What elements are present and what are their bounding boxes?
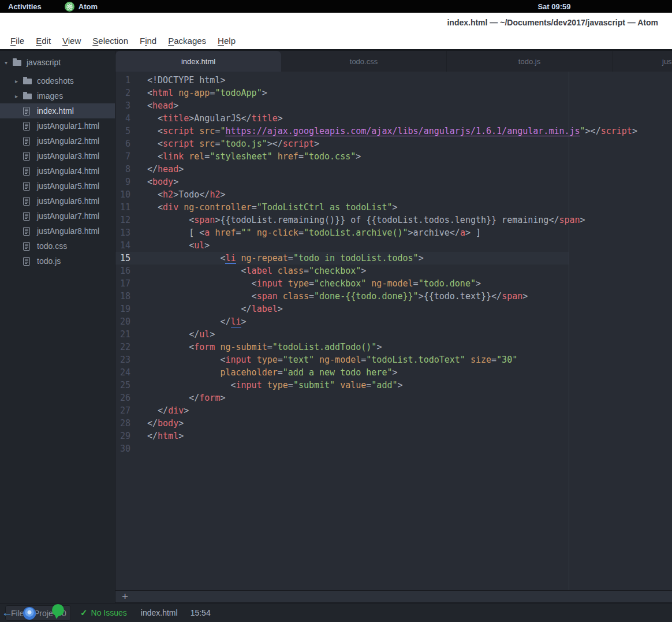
menu-help[interactable]: Help: [212, 34, 241, 47]
tab-todo-css[interactable]: todo.css: [281, 51, 447, 72]
line-number[interactable]: 5: [115, 125, 140, 137]
sidebar-item-label: justAngular4.html: [37, 166, 99, 176]
sidebar-item-index-html[interactable]: index.html: [0, 103, 115, 118]
cursor-position[interactable]: 15:54: [191, 608, 211, 617]
sidebar-item-codeshots[interactable]: ▸codeshots: [0, 73, 115, 88]
line-number[interactable]: 9: [115, 176, 140, 188]
code-line[interactable]: 2<html ng-app="todoApp">: [115, 87, 672, 99]
tab-todo-js[interactable]: todo.js: [447, 51, 613, 72]
sidebar-item-justangular2-html[interactable]: justAngular2.html: [0, 133, 115, 148]
code-line[interactable]: 21 </ul>: [115, 328, 672, 341]
code-line-text: <h2>Todo</h2>: [140, 188, 225, 201]
code-line[interactable]: 8</head>: [115, 163, 672, 176]
add-button[interactable]: +: [122, 591, 128, 602]
window-titlebar[interactable]: index.html — ~/Documents/dev2017/javascr…: [0, 13, 672, 32]
line-number[interactable]: 25: [115, 379, 140, 392]
lint-check-icon[interactable]: ✓: [80, 608, 88, 618]
code-line[interactable]: 17 <input type="checkbox" ng-model="todo…: [115, 277, 672, 290]
chevron-down-icon[interactable]: ▾: [5, 59, 13, 66]
code-line[interactable]: 25 <input type="submit" value="add">: [115, 379, 672, 392]
line-number[interactable]: 14: [115, 239, 140, 252]
code-line[interactable]: 29</html>: [115, 430, 672, 442]
sidebar-item-images[interactable]: ▸images: [0, 88, 115, 103]
code-line[interactable]: 4 <title>AngularJS</title>: [115, 112, 672, 125]
tab-jus[interactable]: jus: [613, 51, 672, 72]
line-number[interactable]: 28: [115, 417, 140, 430]
code-line[interactable]: 11 <div ng-controller="TodoListCtrl as t…: [115, 201, 672, 214]
line-number[interactable]: 11: [115, 201, 140, 214]
code-line[interactable]: 10 <h2>Todo</h2>: [115, 188, 672, 201]
sidebar-item-justangular5-html[interactable]: justAngular5.html: [0, 178, 115, 193]
lint-status[interactable]: No Issues: [91, 608, 127, 617]
code-line-text: </head>: [140, 163, 184, 176]
code-line[interactable]: 22 <form ng-submit="todoList.addTodo()">: [115, 341, 672, 353]
sidebar-item-justangular4-html[interactable]: justAngular4.html: [0, 163, 115, 178]
chevron-right-icon[interactable]: ▸: [15, 78, 23, 84]
line-number[interactable]: 12: [115, 214, 140, 226]
sidebar-item-todo-js[interactable]: todo.js: [0, 254, 115, 269]
menu-file[interactable]: File: [5, 34, 30, 47]
code-line[interactable]: 1<!DOCTYPE html>: [115, 74, 672, 87]
sidebar-item-justangular7-html[interactable]: justAngular7.html: [0, 208, 115, 224]
code-line[interactable]: 12 <span>{{todoList.remaining()}} of {{t…: [115, 214, 672, 226]
code-line[interactable]: 14 <ul>: [115, 239, 672, 252]
code-line[interactable]: 19 </label>: [115, 303, 672, 315]
line-number[interactable]: 7: [115, 150, 140, 163]
code-line[interactable]: 9<body>: [115, 176, 672, 188]
code-line[interactable]: 20 </li>: [115, 315, 672, 328]
sidebar-item-justangular8-html[interactable]: justAngular8.html: [0, 224, 115, 239]
code-line[interactable]: 18 <span class="done-{{todo.done}}">{{to…: [115, 290, 672, 303]
activities-button[interactable]: Activities: [6, 2, 44, 11]
line-number[interactable]: 4: [115, 112, 140, 125]
sidebar-item-justangular3-html[interactable]: justAngular3.html: [0, 148, 115, 163]
tab-index-html[interactable]: index.html: [115, 51, 281, 72]
line-number[interactable]: 2: [115, 87, 140, 99]
menu-packages[interactable]: Packages: [162, 34, 212, 47]
code-line[interactable]: 5 <script src="https://ajax.googleapis.c…: [115, 125, 672, 137]
clock[interactable]: Sat 09:59: [537, 2, 570, 11]
line-number[interactable]: 13: [115, 226, 140, 239]
line-number[interactable]: 16: [115, 265, 140, 277]
line-number[interactable]: 20: [115, 315, 140, 328]
line-number[interactable]: 30: [115, 442, 140, 455]
line-number[interactable]: 27: [115, 404, 140, 417]
code-line-text: <!DOCTYPE html>: [140, 74, 225, 87]
code-line[interactable]: 6 <script src="todo.js"></script>: [115, 137, 672, 150]
line-number[interactable]: 26: [115, 392, 140, 404]
line-number[interactable]: 22: [115, 341, 140, 353]
code-line[interactable]: 28</body>: [115, 417, 672, 430]
line-number[interactable]: 19: [115, 303, 140, 315]
line-number[interactable]: 21: [115, 328, 140, 341]
menu-edit[interactable]: Edit: [30, 34, 57, 47]
code-line[interactable]: 16 <label class="checkbox">: [115, 265, 672, 277]
code-line[interactable]: 23 <input type="text" ng-model="todoList…: [115, 353, 672, 366]
code-line[interactable]: 7 <link rel="stylesheet" href="todo.css"…: [115, 150, 672, 163]
line-number[interactable]: 6: [115, 137, 140, 150]
line-number[interactable]: 29: [115, 430, 140, 442]
line-number[interactable]: 23: [115, 353, 140, 366]
menu-selection[interactable]: Selection: [87, 34, 134, 47]
line-number[interactable]: 18: [115, 290, 140, 303]
code-line[interactable]: 13 [ <a href="" ng-click="todoList.archi…: [115, 226, 672, 239]
sidebar-item-justangular1-html[interactable]: justAngular1.html: [0, 118, 115, 133]
line-number[interactable]: 1: [115, 74, 140, 87]
line-number[interactable]: 15: [115, 252, 140, 265]
menu-find[interactable]: Find: [134, 34, 162, 47]
menu-view[interactable]: View: [57, 34, 87, 47]
line-number[interactable]: 8: [115, 163, 140, 176]
code-line[interactable]: 3<head>: [115, 99, 672, 112]
sidebar-item-justangular6-html[interactable]: justAngular6.html: [0, 193, 115, 208]
code-line[interactable]: 27 </div>: [115, 404, 672, 417]
line-number[interactable]: 3: [115, 99, 140, 112]
line-number[interactable]: 24: [115, 366, 140, 379]
sidebar-item-todo-css[interactable]: todo.css: [0, 239, 115, 254]
sidebar-item-javascript[interactable]: ▾javascript: [0, 55, 115, 70]
chevron-right-icon[interactable]: ▸: [15, 93, 23, 99]
line-number[interactable]: 10: [115, 188, 140, 201]
code-line[interactable]: 30: [115, 442, 672, 455]
code-line[interactable]: 15 <li ng-repeat="todo in todoList.todos…: [115, 252, 672, 265]
code-line[interactable]: 24 placeholder="add a new todo here">: [115, 366, 672, 379]
focused-app-menu[interactable]: Atom: [65, 2, 98, 12]
line-number[interactable]: 17: [115, 277, 140, 290]
code-line[interactable]: 26 </form>: [115, 392, 672, 404]
